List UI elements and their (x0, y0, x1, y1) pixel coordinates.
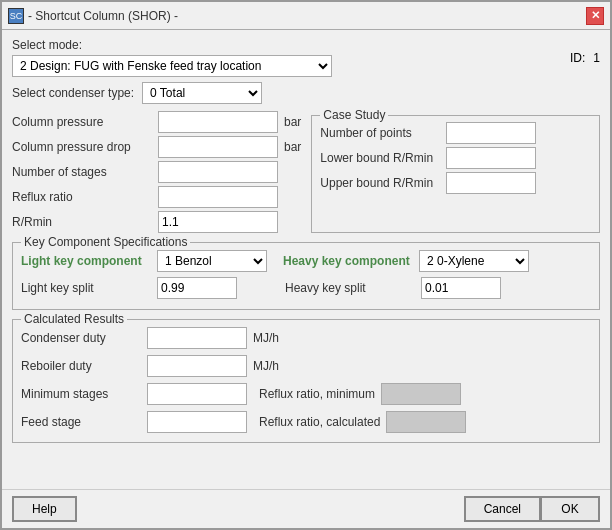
reboiler-duty-unit: MJ/h (253, 359, 288, 373)
content-area: Select mode: 2 Design: FUG with Fenske f… (2, 30, 610, 489)
column-pressure-drop-input[interactable] (158, 136, 278, 158)
title-bar-left: SC - Shortcut Column (SHOR) - (8, 8, 178, 24)
left-fields: Column pressure bar Column pressure drop… (12, 111, 301, 233)
id-value: 1 (593, 51, 600, 65)
number-of-stages-row: Number of stages (12, 161, 301, 183)
upper-bound-input[interactable] (446, 172, 536, 194)
ok-button[interactable]: OK (540, 496, 600, 522)
light-key-dropdown[interactable]: 1 Benzol (157, 250, 267, 272)
reflux-min-input (381, 383, 461, 405)
min-stages-input (147, 383, 247, 405)
lower-bound-input[interactable] (446, 147, 536, 169)
min-stages-row: Minimum stages Reflux ratio, minimum (21, 382, 466, 406)
select-mode-label: Select mode: (12, 38, 564, 52)
condenser-label: Select condenser type: (12, 86, 134, 100)
id-section: ID: 1 (570, 51, 600, 65)
cancel-button[interactable]: Cancel (464, 496, 540, 522)
condenser-duty-unit: MJ/h (253, 331, 288, 345)
case-study-group: Case Study Number of points Lower bound … (311, 115, 600, 233)
number-of-stages-input[interactable] (158, 161, 278, 183)
reflux-min-label: Reflux ratio, minimum (259, 387, 375, 401)
heavy-split-section: Heavy key split (285, 277, 501, 299)
action-buttons: Cancel OK (464, 496, 600, 522)
key-comp-top-row: Light key component 1 Benzol Heavy key c… (21, 249, 591, 273)
reflux-calc-input (386, 411, 466, 433)
r-rmin-input[interactable] (158, 211, 278, 233)
help-button[interactable]: Help (12, 496, 77, 522)
calc-results-inner: Condenser duty MJ/h Reboiler duty MJ/h M… (21, 326, 591, 436)
light-split-input[interactable] (157, 277, 237, 299)
condenser-duty-input (147, 327, 247, 349)
case-study-title: Case Study (320, 108, 388, 122)
reflux-calc-label: Reflux ratio, calculated (259, 415, 380, 429)
condenser-row: Select condenser type: 0 Total (12, 82, 600, 104)
condenser-duty-label: Condenser duty (21, 331, 141, 345)
key-comp-group: Key Component Specifications Light key c… (12, 242, 600, 310)
select-mode-section: Select mode: 2 Design: FUG with Fenske f… (12, 38, 600, 77)
heavy-key-dropdown[interactable]: 2 0-Xylene (419, 250, 529, 272)
light-split-label: Light key split (21, 281, 151, 295)
condenser-duty-row: Condenser duty MJ/h (21, 326, 466, 350)
column-pressure-label: Column pressure (12, 115, 152, 129)
heavy-split-label: Heavy key split (285, 281, 415, 295)
reflux-ratio-input[interactable] (158, 186, 278, 208)
window-icon: SC (8, 8, 24, 24)
lower-bound-row: Lower bound R/Rmin (320, 147, 591, 169)
r-rmin-label: R/Rmin (12, 215, 152, 229)
id-label: ID: (570, 51, 585, 65)
select-mode-container: Select mode: 2 Design: FUG with Fenske f… (12, 38, 564, 77)
min-stages-label: Minimum stages (21, 387, 141, 401)
column-pressure-drop-unit: bar (284, 140, 301, 154)
number-of-stages-label: Number of stages (12, 165, 152, 179)
heavy-key-section: Heavy key component 2 0-Xylene (283, 250, 529, 272)
upper-bound-row: Upper bound R/Rmin (320, 172, 591, 194)
num-points-input[interactable] (446, 122, 536, 144)
reflux-ratio-label: Reflux ratio (12, 190, 152, 204)
num-points-label: Number of points (320, 126, 440, 140)
condenser-dropdown[interactable]: 0 Total (142, 82, 262, 104)
light-key-label: Light key component (21, 254, 151, 268)
column-pressure-row: Column pressure bar (12, 111, 301, 133)
window-title: - Shortcut Column (SHOR) - (28, 9, 178, 23)
title-bar: SC - Shortcut Column (SHOR) - ✕ (2, 2, 610, 30)
calc-results-group: Calculated Results Condenser duty MJ/h R… (12, 319, 600, 443)
lower-bound-label: Lower bound R/Rmin (320, 151, 440, 165)
feed-stage-row: Feed stage Reflux ratio, calculated (21, 410, 466, 434)
reboiler-duty-row: Reboiler duty MJ/h (21, 354, 466, 378)
column-pressure-unit: bar (284, 115, 301, 129)
feed-stage-input (147, 411, 247, 433)
reflux-calc-inline: Reflux ratio, calculated (259, 411, 466, 433)
reflux-min-inline: Reflux ratio, minimum (259, 383, 461, 405)
reflux-ratio-row: Reflux ratio (12, 186, 301, 208)
heavy-split-input[interactable] (421, 277, 501, 299)
num-points-row: Number of points (320, 122, 591, 144)
column-pressure-drop-row: Column pressure drop bar (12, 136, 301, 158)
middle-section: Column pressure bar Column pressure drop… (12, 111, 600, 233)
key-comp-title: Key Component Specifications (21, 235, 190, 249)
close-button[interactable]: ✕ (586, 7, 604, 25)
feed-stage-label: Feed stage (21, 415, 141, 429)
select-mode-dropdown[interactable]: 2 Design: FUG with Fenske feed tray loca… (12, 55, 332, 77)
calc-results-title: Calculated Results (21, 312, 127, 326)
calc-left-col: Condenser duty MJ/h Reboiler duty MJ/h M… (21, 326, 466, 436)
r-rmin-row: R/Rmin (12, 211, 301, 233)
reboiler-duty-input (147, 355, 247, 377)
reboiler-duty-label: Reboiler duty (21, 359, 141, 373)
heavy-key-label: Heavy key component (283, 254, 413, 268)
main-window: SC - Shortcut Column (SHOR) - ✕ Select m… (0, 0, 612, 530)
upper-bound-label: Upper bound R/Rmin (320, 176, 440, 190)
column-pressure-drop-label: Column pressure drop (12, 140, 152, 154)
bottom-bar: Help Cancel OK (2, 489, 610, 528)
key-split-row: Light key split Heavy key split (21, 276, 591, 300)
column-pressure-input[interactable] (158, 111, 278, 133)
